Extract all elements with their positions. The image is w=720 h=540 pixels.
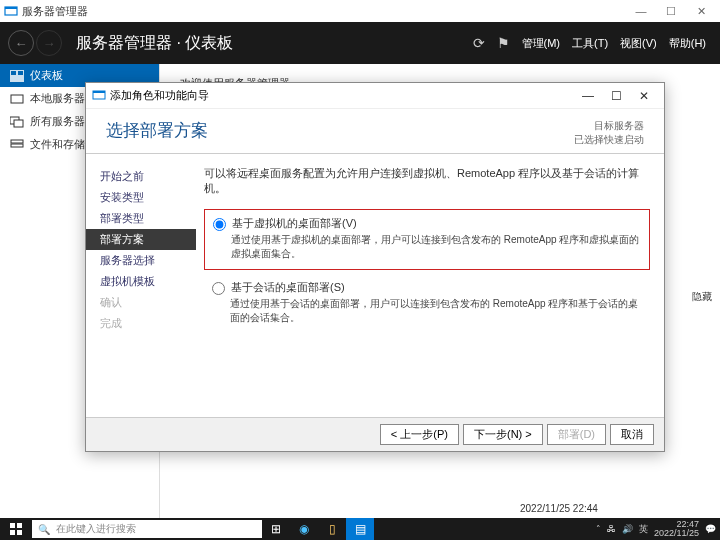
dialog-heading: 选择部署方案 <box>106 119 208 147</box>
servers-icon <box>10 116 24 128</box>
radio-vm-deploy[interactable] <box>213 218 226 231</box>
prev-button[interactable]: < 上一步(P) <box>380 424 459 445</box>
flag-icon[interactable]: ⚑ <box>497 35 510 51</box>
cancel-button[interactable]: 取消 <box>610 424 654 445</box>
nav-step-server-select[interactable]: 服务器选择 <box>86 250 196 271</box>
wizard-nav: 开始之前 安装类型 部署类型 部署方案 服务器选择 虚拟机模板 确认 完成 <box>86 154 196 417</box>
system-tray[interactable]: ˄ 🖧 🔊 英 22:47 2022/11/25 💬 <box>592 520 720 538</box>
dialog-minimize-button[interactable]: — <box>574 89 602 103</box>
tray-notification-icon[interactable]: 💬 <box>705 524 716 534</box>
target-server-sub: 已选择快速启动 <box>574 133 644 147</box>
svg-rect-4 <box>18 71 23 75</box>
taskbar: 🔍 在此键入进行搜索 ⊞ ◉ ▯ ▤ ˄ 🖧 🔊 英 22:47 2022/11… <box>0 518 720 540</box>
menu-view[interactable]: 视图(V) <box>620 36 657 51</box>
sidebar-label: 本地服务器 <box>30 91 85 106</box>
app-icon <box>4 4 18 18</box>
svg-rect-11 <box>93 91 105 93</box>
screenshot-timestamp: 2022/11/25 22:44 <box>520 503 598 514</box>
taskbar-explorer-icon[interactable]: ▯ <box>318 518 346 540</box>
watermark-text: 知乎 @Hum0ro <box>621 494 710 512</box>
svg-rect-13 <box>17 523 22 528</box>
option-vm-deploy-highlighted: 基于虚拟机的桌面部署(V) 通过使用基于虚拟机的桌面部署，用户可以连接到包含发布… <box>204 209 650 270</box>
intro-text: 可以将远程桌面服务配置为允许用户连接到虚拟机、RemoteApp 程序以及基于会… <box>204 166 650 197</box>
search-icon: 🔍 <box>38 524 50 535</box>
nav-step-confirm: 确认 <box>86 292 196 313</box>
svg-rect-14 <box>10 530 15 535</box>
app-titlebar: 服务器管理器 — ☐ ✕ <box>0 0 720 22</box>
dashboard-icon <box>10 70 24 82</box>
next-button[interactable]: 下一步(N) > <box>463 424 543 445</box>
nav-step-vm-template[interactable]: 虚拟机模板 <box>86 271 196 292</box>
taskbar-servermanager-icon[interactable]: ▤ <box>346 518 374 540</box>
taskbar-edge-icon[interactable]: ◉ <box>290 518 318 540</box>
sidebar-label: 仪表板 <box>30 68 63 83</box>
tray-ime[interactable]: 英 <box>639 523 648 536</box>
menu-tools[interactable]: 工具(T) <box>572 36 608 51</box>
wizard-pane: 可以将远程桌面服务配置为允许用户连接到虚拟机、RemoteApp 程序以及基于会… <box>196 154 664 417</box>
search-placeholder: 在此键入进行搜索 <box>56 522 136 536</box>
dialog-titlebar: 添加角色和功能向导 — ☐ ✕ <box>86 83 664 109</box>
radio-vm-desc: 通过使用基于虚拟机的桌面部署，用户可以连接到包含发布的 RemoteApp 程序… <box>231 233 641 261</box>
nav-step-install-type[interactable]: 安装类型 <box>86 187 196 208</box>
maximize-button[interactable]: ☐ <box>656 5 686 18</box>
task-view-button[interactable]: ⊞ <box>262 518 290 540</box>
menu-help[interactable]: 帮助(H) <box>669 36 706 51</box>
minimize-button[interactable]: — <box>626 5 656 17</box>
svg-rect-15 <box>17 530 22 535</box>
dialog-title-text: 添加角色和功能向导 <box>110 88 209 103</box>
svg-rect-12 <box>10 523 15 528</box>
close-button[interactable]: ✕ <box>686 5 716 18</box>
tray-network-icon[interactable]: 🖧 <box>607 524 616 534</box>
svg-rect-9 <box>11 144 23 147</box>
tray-date[interactable]: 2022/11/25 <box>654 528 699 538</box>
taskbar-search[interactable]: 🔍 在此键入进行搜索 <box>32 520 262 538</box>
nav-back-button[interactable]: ← <box>8 30 34 56</box>
dialog-header: 选择部署方案 目标服务器 已选择快速启动 <box>86 109 664 153</box>
sidebar-label: 所有服务器 <box>30 114 85 129</box>
radio-session-desc: 通过使用基于会话的桌面部署，用户可以连接到包含发布的 RemoteApp 程序和… <box>230 297 642 325</box>
radio-session-label[interactable]: 基于会话的桌面部署(S) <box>231 280 345 295</box>
app-title: 服务器管理器 <box>22 4 88 19</box>
hide-label[interactable]: 隐藏 <box>692 290 712 304</box>
deploy-button: 部署(D) <box>547 424 606 445</box>
server-icon <box>10 93 24 105</box>
tray-sound-icon[interactable]: 🔊 <box>622 524 633 534</box>
dialog-close-button[interactable]: ✕ <box>630 89 658 103</box>
tray-chevron-icon[interactable]: ˄ <box>596 524 601 534</box>
storage-icon <box>10 139 24 151</box>
dialog-footer: < 上一步(P) 下一步(N) > 部署(D) 取消 <box>86 417 664 451</box>
menu-manage[interactable]: 管理(M) <box>522 36 561 51</box>
radio-vm-label[interactable]: 基于虚拟机的桌面部署(V) <box>232 216 357 231</box>
nav-step-before[interactable]: 开始之前 <box>86 166 196 187</box>
wizard-dialog: 添加角色和功能向导 — ☐ ✕ 选择部署方案 目标服务器 已选择快速启动 开始之… <box>85 82 665 452</box>
svg-rect-5 <box>11 95 23 103</box>
start-button[interactable] <box>0 518 32 540</box>
dialog-maximize-button[interactable]: ☐ <box>602 89 630 103</box>
svg-rect-8 <box>11 140 23 143</box>
nav-step-deploy-scenario[interactable]: 部署方案 <box>86 229 196 250</box>
ribbon-title: 服务器管理器 · 仪表板 <box>76 33 233 54</box>
svg-rect-7 <box>14 120 23 127</box>
dialog-icon <box>92 88 106 104</box>
svg-rect-3 <box>11 71 16 75</box>
nav-step-complete: 完成 <box>86 313 196 334</box>
svg-rect-1 <box>5 7 17 9</box>
radio-session-deploy[interactable] <box>212 282 225 295</box>
refresh-icon[interactable]: ⟳ <box>473 35 485 51</box>
nav-forward-button[interactable]: → <box>36 30 62 56</box>
nav-step-deploy-type[interactable]: 部署类型 <box>86 208 196 229</box>
target-server-label: 目标服务器 <box>574 119 644 133</box>
ribbon-bar: ← → 服务器管理器 · 仪表板 ⟳ ⚑ 管理(M) 工具(T) 视图(V) 帮… <box>0 22 720 64</box>
